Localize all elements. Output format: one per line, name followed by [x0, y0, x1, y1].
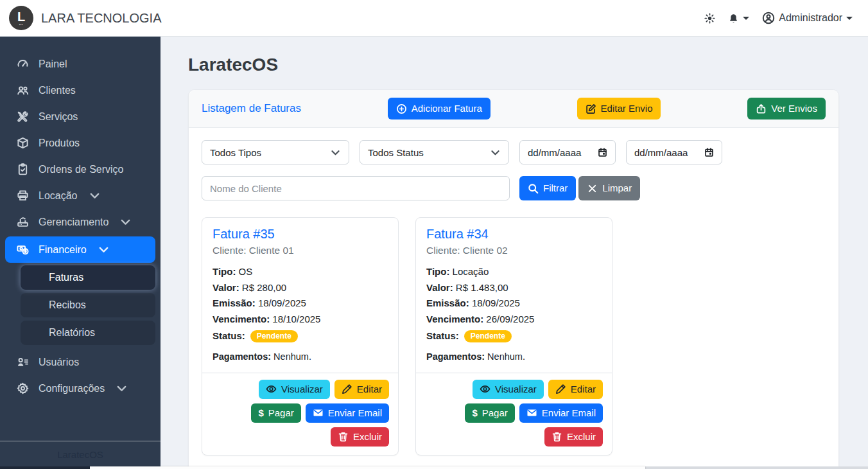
sidebar-item-servicos[interactable]: Serviços [0, 103, 161, 130]
submenu-item-relatorios[interactable]: Relatórios [21, 321, 155, 345]
caret-down-icon [846, 17, 853, 20]
enviar-email-button[interactable]: Enviar Email [519, 403, 603, 423]
brand-logo: L ▪▪▪ [9, 6, 33, 30]
horizontal-scrollbar[interactable] [0, 466, 868, 469]
sidebar-item-locacao[interactable]: Locação [0, 182, 161, 209]
box-icon [17, 137, 29, 149]
filtrar-button[interactable]: Filtrar [519, 176, 576, 200]
invoice-pagamentos: Pagamentos: Nenhum. [426, 350, 602, 365]
notifications-dropdown[interactable] [728, 13, 749, 24]
trash-icon [551, 431, 562, 442]
sidebar-item-label: Painel [39, 58, 67, 70]
ver-envios-button[interactable]: Ver Envios [747, 98, 826, 119]
invoice-card: Fatura #34 Cliente: Cliente 02 Tipo: Loc… [415, 217, 612, 456]
visualizar-button[interactable]: Visualizar [473, 380, 544, 399]
data-final-input[interactable]: dd/mm/aaaa [626, 140, 722, 164]
editar-envio-button[interactable]: Editar Envio [577, 98, 661, 119]
box-arrow-up-icon [756, 103, 767, 114]
sidebar-item-label: Configurações [39, 383, 105, 394]
editar-button[interactable]: Editar [548, 380, 603, 399]
chevron-down-icon [89, 190, 101, 202]
submenu-item-recibos[interactable]: Recibos [21, 293, 155, 317]
calendar-icon[interactable] [598, 148, 607, 157]
sidebar-item-label: Locação [39, 190, 78, 202]
tipo-select-value: Todos Tipos [210, 147, 261, 158]
dollar-icon: $ [472, 407, 477, 419]
theme-toggle-button[interactable] [704, 13, 715, 24]
eye-icon [480, 384, 490, 394]
editar-button[interactable]: Editar [334, 380, 389, 399]
router-icon [17, 216, 29, 228]
sidebar-item-label: Gerenciamento [39, 217, 108, 228]
chevron-down-icon [116, 382, 128, 394]
x-icon [587, 183, 598, 194]
sidebar-nav: Painel Clientes Serviços Produtos Ordens… [0, 51, 161, 441]
visualizar-button[interactable]: Visualizar [259, 380, 330, 399]
chevron-down-icon [490, 147, 501, 158]
enviar-email-button[interactable]: Enviar Email [306, 403, 389, 423]
adicionar-fatura-button[interactable]: Adicionar Fatura [388, 98, 490, 119]
invoice-card: Fatura #35 Cliente: Cliente 01 Tipo: OS … [202, 217, 399, 456]
brand[interactable]: L ▪▪▪ LARA TECNOLOGIA [9, 6, 161, 30]
sidebar-item-configuracoes[interactable]: Configurações [0, 375, 161, 402]
date-placeholder: dd/mm/aaaa [634, 147, 688, 158]
pagar-button[interactable]: $Pagar [251, 403, 300, 423]
invoice-client: Cliente: Cliente 02 [426, 245, 602, 256]
chevron-down-icon [119, 216, 132, 228]
main-content: LaratecOS Listagem de Faturas Adicionar … [161, 37, 868, 469]
speedometer-icon [17, 58, 29, 70]
pagar-button[interactable]: $Pagar [465, 403, 514, 423]
scrollbar-thumb[interactable] [90, 466, 645, 469]
invoice-emissao: Emissão: 18/09/2025 [213, 296, 388, 312]
date-placeholder: dd/mm/aaaa [528, 147, 581, 158]
limpar-button[interactable]: Limpar [578, 176, 640, 200]
sidebar-item-painel[interactable]: Painel [0, 51, 161, 77]
invoice-valor: Valor: R$ 280,00 [213, 280, 388, 296]
sidebar-item-label: Usuários [39, 357, 79, 368]
bell-icon [728, 13, 739, 24]
sun-icon [704, 13, 715, 24]
sidebar: Painel Clientes Serviços Produtos Ordens… [0, 37, 161, 469]
pencil-icon [555, 384, 566, 394]
invoice-vencimento: Vencimento: 18/10/2025 [213, 312, 388, 328]
invoice-actions: Visualizar Editar $Pagar Enviar Email Ex… [202, 373, 398, 455]
chevron-down-icon [98, 243, 110, 256]
person-lines-icon [17, 356, 29, 368]
sidebar-item-label: Financeiro [39, 244, 87, 256]
sidebar-item-gerenciamento[interactable]: Gerenciamento [0, 209, 161, 235]
sidebar-item-clientes[interactable]: Clientes [0, 77, 161, 103]
invoice-status: Status: Pendente [426, 328, 602, 344]
clipboard-check-icon [17, 163, 29, 175]
sidebar-item-produtos[interactable]: Produtos [0, 130, 161, 156]
invoice-actions: Visualizar Editar $Pagar Enviar Email Ex… [416, 373, 612, 455]
status-badge: Pendente [464, 330, 512, 342]
panel-header: Listagem de Faturas Adicionar Fatura Edi… [189, 90, 838, 128]
trash-icon [338, 431, 349, 442]
pencil-square-icon [586, 103, 596, 114]
sidebar-item-ordens-de-servico[interactable]: Ordens de Serviço [0, 156, 161, 182]
sidebar-footer-brand: LaratecOS [0, 441, 161, 469]
invoice-title[interactable]: Fatura #35 [213, 227, 388, 242]
page-title: LaratecOS [188, 55, 839, 75]
invoice-status: Status: Pendente [213, 328, 388, 344]
tipo-select[interactable]: Todos Tipos [202, 140, 349, 164]
invoice-vencimento: Vencimento: 26/09/2025 [426, 312, 602, 328]
sidebar-item-label: Serviços [39, 111, 78, 123]
tools-icon [17, 111, 29, 123]
brand-logo-letter: L [17, 10, 25, 23]
dollar-icon: $ [258, 407, 263, 419]
data-inicial-input[interactable]: dd/mm/aaaa [519, 140, 616, 164]
invoice-pagamentos: Pagamentos: Nenhum. [213, 350, 388, 365]
submenu-item-faturas[interactable]: Faturas [21, 265, 155, 290]
invoice-tipo: Tipo: Locação [426, 264, 602, 280]
nome-cliente-input[interactable] [202, 176, 510, 200]
user-dropdown[interactable]: Administrador [762, 12, 853, 24]
panel-body: Todos Tipos Todos Status dd/mm/aaaa dd/m… [189, 128, 838, 469]
sidebar-item-financeiro[interactable]: Financeiro [5, 236, 155, 263]
status-select[interactable]: Todos Status [360, 140, 509, 164]
excluir-button[interactable]: Excluir [331, 427, 389, 447]
calendar-icon[interactable] [704, 148, 714, 157]
sidebar-item-usuarios[interactable]: Usuários [0, 349, 161, 375]
invoice-title[interactable]: Fatura #34 [426, 227, 602, 242]
excluir-button[interactable]: Excluir [544, 427, 603, 447]
